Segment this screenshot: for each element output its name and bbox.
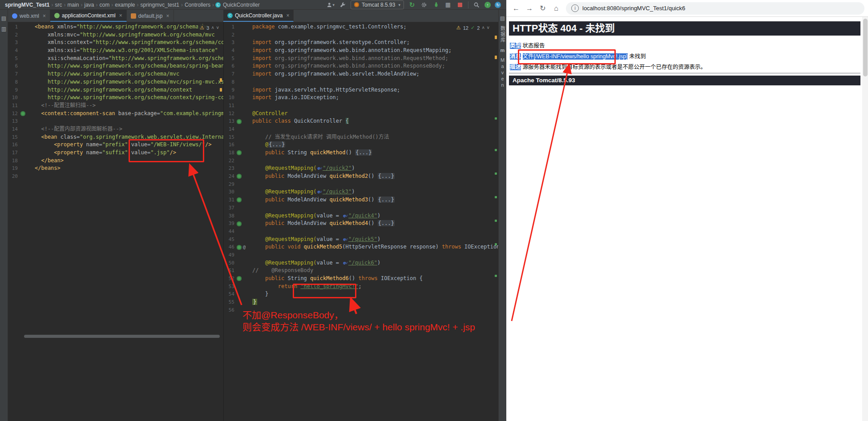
tab-close-icon[interactable]: × [43, 13, 46, 19]
user-icon[interactable]: ▾ [327, 1, 335, 9]
build-wrench-icon[interactable] [339, 1, 347, 9]
line-number[interactable]: 45 [224, 236, 234, 244]
code-text[interactable]: import org.springframework.web.servlet.M… [252, 70, 498, 78]
code-text[interactable] [35, 117, 223, 125]
line-number[interactable]: 12 [224, 110, 234, 118]
code-text[interactable]: <context:component-scan base-package="co… [35, 110, 223, 118]
code-line[interactable]: 7 http://www.springframework.org/schema/… [8, 70, 223, 78]
editor-applicationContext-xml[interactable]: ⚠ 3 ˄ ˅ 1<beans xmlns="http://www.spring… [8, 22, 223, 421]
code-line[interactable]: 3 xmlns:context="http://www.springframew… [8, 39, 223, 47]
reload-icon[interactable]: ↻ [537, 2, 549, 15]
code-line[interactable]: 19</beans> [8, 164, 223, 172]
line-number[interactable]: 1 [8, 23, 18, 31]
code-text[interactable]: return "hello_springMvc!"; [252, 283, 498, 291]
code-line[interactable]: 8 http://www.springframework.org/schema/… [8, 78, 223, 86]
inspections-widget[interactable]: ⚠ 12 ✓ 2 ˄ ˅ [455, 24, 491, 31]
code-line[interactable]: 18 </bean> [8, 157, 223, 165]
code-text[interactable]: @RequestMapping(value = ⊕˅"/quick4") [252, 212, 498, 220]
stop-icon[interactable] [456, 1, 464, 9]
spring-bean-icon[interactable] [237, 174, 242, 179]
line-number[interactable]: 31 [224, 196, 234, 204]
line-number[interactable]: 8 [8, 78, 18, 86]
line-number[interactable]: 51 [224, 267, 234, 275]
breadcrumb-item[interactable]: springMVC_Test1 [4, 2, 51, 8]
code-line[interactable]: 53 return "hello_springMvc!"; [224, 283, 498, 291]
code-text[interactable]: import org.springframework.stereotype.Co… [252, 39, 498, 47]
code-text[interactable]: @{...} [252, 141, 498, 149]
code-line[interactable]: 4import org.springframework.web.bind.ann… [224, 47, 498, 55]
line-number[interactable]: 44 [224, 228, 234, 236]
line-number[interactable]: 15 [8, 133, 18, 141]
database-tool-button[interactable]: 数据库 [499, 26, 506, 43]
code-text[interactable] [35, 172, 223, 180]
code-text[interactable]: <!--配置内部资源视图解析器--> [35, 125, 223, 133]
code-line[interactable]: 5import org.springframework.web.bind.ann… [224, 55, 498, 63]
code-line[interactable]: 11 [224, 102, 498, 110]
line-number[interactable]: 37 [224, 204, 234, 212]
tab-close-icon[interactable]: × [286, 12, 289, 19]
code-text[interactable]: import org.springframework.web.bind.anno… [252, 62, 498, 70]
code-text[interactable]: import javax.servlet.http.HttpServletRes… [252, 86, 498, 94]
code-line[interactable]: 46@ public void quickMethod5(HttpServlet… [224, 243, 498, 251]
line-number[interactable]: 49 [224, 251, 234, 259]
code-line[interactable]: 23 @RequestMapping(⊕˅"/quick2") [224, 164, 498, 172]
code-text[interactable]: <!--配置注解扫描--> [35, 102, 223, 110]
code-text[interactable]: // 当发生quick请求时 调用quickMethod()方法 [252, 133, 498, 141]
tab-close-icon[interactable]: × [166, 13, 169, 19]
code-line[interactable]: 38 @RequestMapping(value = ⊕˅"/quick4") [224, 212, 498, 220]
line-number[interactable]: 1 [224, 23, 234, 31]
line-number[interactable]: 39 [224, 220, 234, 228]
code-line[interactable]: 18 public String quickMethod() {...} [224, 149, 498, 157]
line-number[interactable]: 8 [224, 78, 234, 86]
maven-tool-button[interactable]: Maven [500, 57, 505, 88]
code-line[interactable]: 56 [224, 306, 498, 314]
code-text[interactable] [252, 228, 498, 236]
line-number[interactable]: 5 [224, 55, 234, 63]
code-line[interactable]: 10import java.io.IOException; [224, 94, 498, 102]
line-number[interactable]: 13 [224, 117, 234, 125]
restart-icon[interactable]: ↻ [408, 1, 416, 9]
code-line[interactable]: 16 @{...} [224, 141, 498, 149]
line-number[interactable]: 17 [8, 149, 18, 157]
code-line[interactable]: 55} [224, 298, 498, 306]
code-line[interactable]: 29 [224, 180, 498, 188]
code-text[interactable] [252, 125, 498, 133]
code-text[interactable]: public class QuickController { [252, 117, 498, 125]
line-number[interactable]: 5 [8, 55, 18, 63]
code-line[interactable]: 54 } [224, 290, 498, 298]
sync-icon[interactable]: ↻ [495, 2, 501, 8]
code-line[interactable]: 24 public ModelAndView quickMethod2() {.… [224, 172, 498, 180]
line-number[interactable]: 11 [8, 102, 18, 110]
line-number[interactable]: 11 [224, 102, 234, 110]
line-number[interactable]: 18 [224, 149, 234, 157]
code-text[interactable]: public ModelAndView quickMethod3() {...} [252, 196, 498, 204]
services-icon[interactable] [420, 1, 428, 9]
maven-m-icon[interactable]: m [501, 48, 505, 53]
code-text[interactable]: </beans> [35, 164, 223, 172]
line-number[interactable]: 16 [8, 141, 18, 149]
code-text[interactable] [252, 102, 498, 110]
line-number[interactable]: 14 [8, 125, 18, 133]
code-line[interactable]: 14 [224, 125, 498, 133]
code-line[interactable]: 37 [224, 204, 498, 212]
code-line[interactable]: 6 http://www.springframework.org/schema/… [8, 62, 223, 70]
inspections-widget[interactable]: ⚠ 3 ˄ ˅ [198, 24, 221, 31]
code-text[interactable]: // @ResponseBody [252, 267, 498, 275]
code-text[interactable]: xmlns:xsi="http://www.w3.org/2001/XMLSch… [35, 47, 223, 55]
code-area[interactable]: 1<beans xmlns="http://www.springframewor… [8, 23, 223, 180]
code-line[interactable]: 7import org.springframework.web.servlet.… [224, 70, 498, 78]
address-bar[interactable]: localhost:8080/springMVC_Test1/quick6 [566, 2, 864, 15]
back-icon[interactable]: ← [510, 2, 522, 15]
code-line[interactable]: 44 [224, 228, 498, 236]
next-issue-icon[interactable]: ˅ [216, 25, 219, 30]
code-line[interactable]: 13 [8, 117, 223, 125]
breadcrumb-item[interactable]: java [83, 2, 95, 8]
code-line[interactable]: 15 <bean class="org.springframework.web.… [8, 133, 223, 141]
code-line[interactable]: 14 <!--配置内部资源视图解析器--> [8, 125, 223, 133]
code-text[interactable]: @Controller [252, 110, 498, 118]
code-text[interactable]: xmlns:mvc="http://www.springframework.or… [35, 31, 223, 39]
code-line[interactable]: 2 xmlns:mvc="http://www.springframework.… [8, 31, 223, 39]
code-line[interactable]: 6import org.springframework.web.bind.ann… [224, 62, 498, 70]
line-number[interactable]: 53 [224, 283, 234, 291]
code-line[interactable]: 9 http://www.springframework.org/schema/… [8, 86, 223, 94]
